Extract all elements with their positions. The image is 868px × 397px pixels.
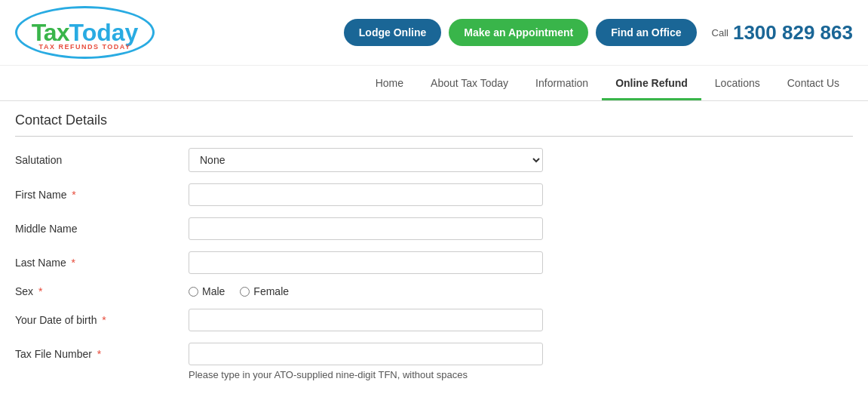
last-name-required: *	[69, 257, 75, 269]
logo-today: Today	[69, 19, 138, 47]
main-content: Contact Details Salutation None Mr Mrs M…	[0, 101, 868, 395]
salutation-label: Salutation	[15, 154, 189, 166]
tfn-required: *	[94, 348, 101, 360]
logo-tax: Tax	[32, 19, 69, 47]
make-appointment-button[interactable]: Make an Appointment	[449, 19, 588, 46]
tfn-row: Tax File Number *	[15, 343, 853, 365]
sex-female-option[interactable]: Female	[240, 285, 289, 297]
nav-item-about[interactable]: About Tax Today	[417, 66, 522, 100]
last-name-row: Last Name *	[15, 251, 853, 274]
first-name-row: First Name *	[15, 183, 853, 206]
nav-item-contact-us[interactable]: Contact Us	[774, 66, 853, 100]
call-section: Call 1300 829 863	[712, 21, 853, 45]
salutation-row: Salutation None Mr Mrs Miss Ms Dr	[15, 148, 853, 172]
sex-male-radio[interactable]	[189, 287, 198, 297]
first-name-label: First Name *	[15, 189, 189, 201]
sex-required: *	[35, 285, 42, 297]
sex-female-radio[interactable]	[240, 287, 250, 297]
sex-male-option[interactable]: Male	[189, 285, 225, 297]
last-name-label: Last Name *	[15, 257, 189, 269]
dob-input[interactable]	[189, 309, 543, 331]
nav-item-locations[interactable]: Locations	[701, 66, 774, 100]
sex-radio-group: Male Female	[189, 285, 289, 297]
dob-required: *	[99, 314, 106, 326]
tfn-input[interactable]	[189, 343, 543, 365]
logo-sub: TAX REFUNDS TODAY	[39, 43, 131, 51]
first-name-required: *	[69, 189, 75, 201]
sex-row: Sex * Male Female	[15, 285, 853, 297]
logo-area: Tax Today TAX REFUNDS TODAY	[15, 6, 155, 59]
dob-row: Your Date of birth *	[15, 309, 853, 331]
call-label: Call	[712, 27, 728, 38]
logo: Tax Today TAX REFUNDS TODAY	[15, 6, 155, 59]
nav-item-information[interactable]: Information	[522, 66, 602, 100]
sex-label: Sex *	[15, 285, 189, 297]
first-name-input[interactable]	[189, 183, 543, 206]
middle-name-row: Middle Name	[15, 217, 853, 240]
nav-item-home[interactable]: Home	[362, 66, 417, 100]
tfn-hint: Please type in your ATO-supplied nine-di…	[189, 369, 853, 380]
salutation-select[interactable]: None Mr Mrs Miss Ms Dr	[189, 148, 543, 172]
tfn-label: Tax File Number *	[15, 348, 189, 360]
last-name-input[interactable]	[189, 251, 543, 274]
find-office-button[interactable]: Find an Office	[596, 19, 696, 46]
nav-item-online-refund[interactable]: Online Refund	[602, 66, 701, 100]
top-bar: Tax Today TAX REFUNDS TODAY Lodge Online…	[0, 0, 868, 66]
middle-name-label: Middle Name	[15, 223, 189, 235]
logo-line1: Tax Today	[32, 19, 139, 47]
lodge-online-button[interactable]: Lodge Online	[344, 19, 441, 46]
nav-bar: Home About Tax Today Information Online …	[0, 66, 868, 101]
call-number: 1300 829 863	[733, 21, 853, 45]
dob-label: Your Date of birth *	[15, 314, 189, 326]
middle-name-input[interactable]	[189, 217, 543, 240]
section-title: Contact Details	[15, 112, 853, 137]
